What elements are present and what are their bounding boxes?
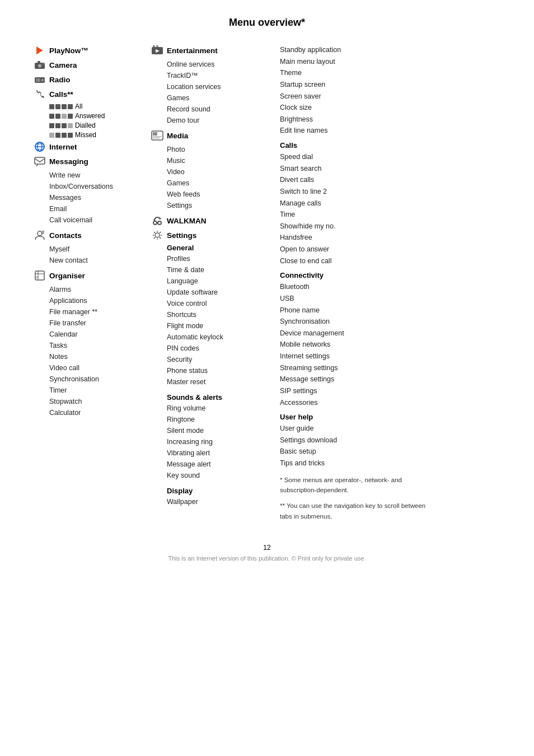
organiser-sub-4: Calendar <box>49 329 146 340</box>
organiser-sub-10: Stopwatch <box>49 396 146 407</box>
media-sub-0: Photo <box>167 144 274 155</box>
footnote-1: ** You can use the navigation key to scr… <box>280 501 431 521</box>
playnow-label: PlayNow™ <box>49 46 88 55</box>
svg-point-33 <box>158 221 161 225</box>
internet-label: Internet <box>49 143 77 151</box>
calls-dialled: Dialled <box>49 122 146 129</box>
organiser-sub-3: File transfer <box>49 318 146 329</box>
organiser-sub-5: Tasks <box>49 340 146 351</box>
organiser-sub-7: Video call <box>49 362 146 374</box>
camera-label: Camera <box>49 61 77 69</box>
organiser-icon: b <box>34 269 46 282</box>
col3-calls-3: Switch to line 2 <box>280 186 431 198</box>
messaging-icon <box>34 155 46 167</box>
col3-calls-1: Smart search <box>280 163 431 175</box>
ent-sub-5: Demo tour <box>167 115 274 126</box>
menu-item-settings: Settings <box>151 229 274 241</box>
svg-point-5 <box>43 63 44 64</box>
calls-icon <box>34 88 46 100</box>
media-sub-4: Web feeds <box>167 189 274 200</box>
calls-missed-label: Missed <box>75 131 96 139</box>
col2: Entertainment Online services TrackID™ L… <box>151 44 274 511</box>
page: Menu overview* PlayNow™ <box>0 0 534 756</box>
menu-item-walkman: WALKMAN <box>151 214 274 227</box>
col3-conn-3: Synchronisation <box>280 316 431 328</box>
col3-display-5: Clock size <box>280 102 431 114</box>
userhelp-section-header: User help <box>280 413 431 421</box>
col3-conn-5: Mobile networks <box>280 339 431 351</box>
col3-conn-2: Phone name <box>280 305 431 316</box>
settings-general-11: Master reset <box>167 376 274 388</box>
organiser-sub-2: File manager ** <box>49 306 146 318</box>
col3-conn-1: USB <box>280 293 431 305</box>
settings-general-6: Flight mode <box>167 320 274 332</box>
calls-section-header: Calls <box>280 141 431 150</box>
col3-calls-2: Divert calls <box>280 174 431 186</box>
entertainment-icon <box>151 44 163 57</box>
organiser-sub-11: Calculator <box>49 407 146 418</box>
organiser-sub-8: Synchronisation <box>49 374 146 385</box>
radio-label: Radio <box>49 76 71 84</box>
settings-general-header: General <box>167 244 274 252</box>
svg-point-9 <box>42 80 43 81</box>
internet-icon <box>34 141 46 153</box>
svg-rect-26 <box>153 45 155 47</box>
svg-rect-29 <box>153 132 157 136</box>
organiser-subitems: Alarms Applications File manager ** File… <box>49 284 146 418</box>
settings-sounds-5: Message alert <box>167 459 274 470</box>
col3-calls-0: Speed dial <box>280 151 431 163</box>
messaging-label: Messaging <box>49 157 88 166</box>
col3-display-0: Standby application <box>280 44 431 56</box>
col3-calls-4: Manage calls <box>280 198 431 209</box>
page-title: Menu overview* <box>34 17 500 29</box>
organiser-sub-6: Notes <box>49 351 146 362</box>
settings-sounds-header: Sounds & alerts <box>167 393 274 402</box>
messaging-sub-2: Messages <box>49 192 146 203</box>
col3-conn-9: SIP settings <box>280 385 431 397</box>
settings-display-header: Display <box>167 487 274 495</box>
organiser-sub-9: Timer <box>49 385 146 396</box>
col3-calls-6: Show/hide my no. <box>280 221 431 232</box>
settings-icon <box>151 229 163 241</box>
messaging-sub-4: Call voicemail <box>49 214 146 226</box>
col3-help-2: Basic setup <box>280 446 431 458</box>
media-sub-3: Games <box>167 178 274 189</box>
messaging-sub-3: Email <box>49 203 146 214</box>
footnote-0: * Some menus are operator-, network- and… <box>280 475 431 496</box>
settings-display-0: Wallpaper <box>167 496 274 507</box>
settings-sections: General Profiles Time & date Language Up… <box>167 244 274 507</box>
settings-general-9: Security <box>167 354 274 365</box>
col3-calls-5: Time <box>280 209 431 221</box>
entertainment-subitems: Online services TrackID™ Location servic… <box>167 59 274 126</box>
contacts-sub-1: New contact <box>49 255 146 266</box>
menu-item-playnow: PlayNow™ <box>34 44 146 57</box>
camera-icon <box>34 59 46 71</box>
col3-display-6: Brightness <box>280 114 431 125</box>
settings-general-8: PIN codes <box>167 343 274 354</box>
settings-sounds-4: Vibrating alert <box>167 447 274 459</box>
media-icon <box>151 129 163 142</box>
col3-conn-8: Message settings <box>280 374 431 385</box>
menu-item-internet: Internet <box>34 141 146 153</box>
col3-calls-9: Close to end call <box>280 255 431 267</box>
col3-conn-7: Streaming settings <box>280 362 431 374</box>
svg-point-3 <box>39 65 41 67</box>
settings-general-7: Automatic keylock <box>167 332 274 343</box>
calls-answered-label: Answered <box>75 112 105 120</box>
walkman-label: WALKMAN <box>167 217 207 225</box>
calls-all: All <box>49 102 146 110</box>
menu-item-messaging: Messaging <box>34 155 146 167</box>
walkman-icon <box>151 214 163 227</box>
media-sub-1: Music <box>167 155 274 166</box>
col3-help-0: User guide <box>280 423 431 435</box>
svg-rect-7 <box>36 78 40 82</box>
settings-sounds-6: Key sound <box>167 470 274 481</box>
svg-rect-27 <box>156 45 158 47</box>
menu-item-calls: Calls** <box>34 88 146 100</box>
svg-marker-0 <box>36 46 43 54</box>
ent-sub-4: Record sound <box>167 104 274 115</box>
contacts-subitems: Myself New contact <box>49 244 146 266</box>
connectivity-section-header: Connectivity <box>280 271 431 279</box>
menu-item-entertainment: Entertainment <box>151 44 274 57</box>
ent-sub-3: Games <box>167 92 274 104</box>
